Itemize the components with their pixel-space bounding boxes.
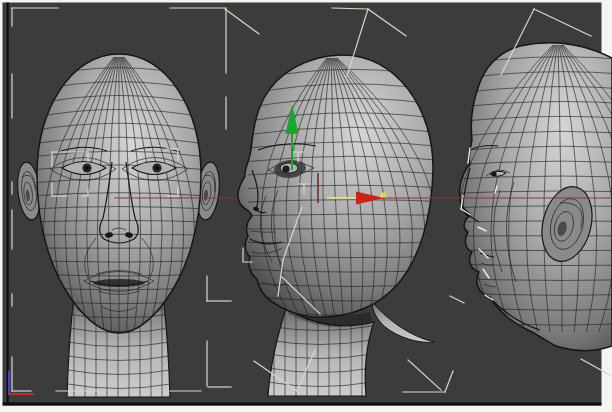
iris: [491, 171, 496, 176]
right-pupil: [155, 166, 159, 170]
viewport-canvas[interactable]: [0, 0, 612, 412]
vertex-highlight[interactable]: [381, 193, 386, 198]
viewport-left-edge: [7, 3, 9, 404]
screenshot-frame: [0, 0, 612, 412]
viewport-bottom-edge: [3, 403, 602, 406]
left-pupil: [85, 166, 89, 170]
iris: [282, 165, 289, 172]
mouth-slit: [93, 279, 145, 287]
